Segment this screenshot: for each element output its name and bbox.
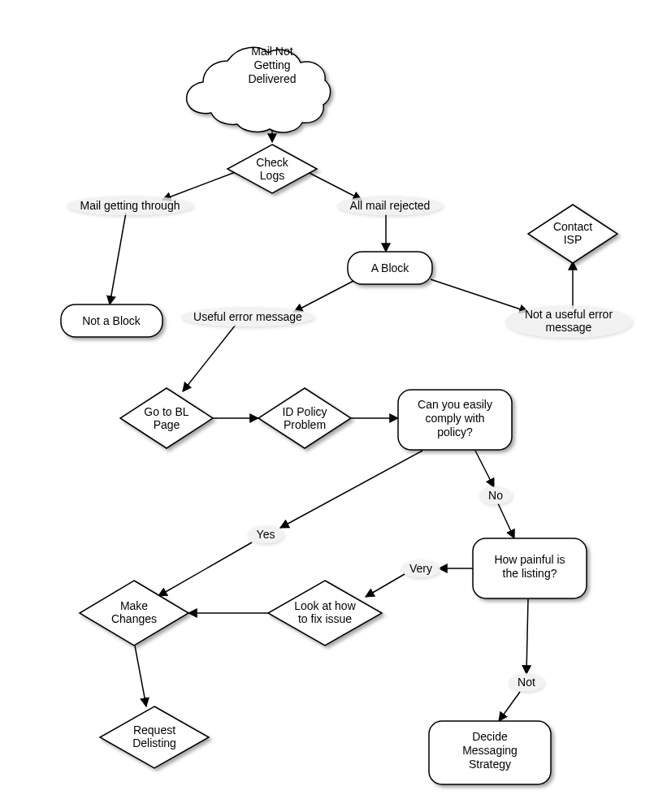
svg-line-2 xyxy=(305,171,362,200)
svg-text:Look at how: Look at how xyxy=(294,599,356,612)
label-not: Not xyxy=(518,676,535,689)
svg-line-5 xyxy=(294,281,353,312)
svg-line-11 xyxy=(280,451,422,528)
svg-text:ID Policy: ID Policy xyxy=(282,405,327,418)
node-how-painful: How painful is the listing? xyxy=(473,538,587,598)
svg-text:Page: Page xyxy=(154,418,180,431)
svg-text:the listing?: the listing? xyxy=(503,567,557,580)
node-id-policy: ID Policy Problem xyxy=(258,388,351,448)
svg-text:to fix issue: to fix issue xyxy=(298,612,352,625)
label-no: No xyxy=(488,489,503,502)
node-go-to-bl: Go to BL Page xyxy=(120,388,213,448)
node-start-cloud: Mail Not Getting Delivered xyxy=(187,45,331,132)
svg-text:Go to BL: Go to BL xyxy=(144,405,188,418)
svg-text:Getting: Getting xyxy=(253,58,290,71)
svg-text:Delisting: Delisting xyxy=(132,736,176,749)
node-check-logs: Check Logs xyxy=(227,145,317,193)
svg-text:Can you easily: Can you easily xyxy=(418,398,492,411)
node-a-block: A Block xyxy=(348,252,432,284)
svg-text:Mail Not: Mail Not xyxy=(251,45,292,58)
node-not-a-block: Not a Block xyxy=(61,304,162,337)
node-look-fix: Look at how to fix issue xyxy=(268,581,382,646)
svg-text:Problem: Problem xyxy=(284,418,326,431)
svg-line-1 xyxy=(162,171,240,200)
svg-line-20 xyxy=(135,646,146,706)
svg-line-3 xyxy=(110,213,126,304)
svg-line-16 xyxy=(366,574,405,597)
svg-text:message: message xyxy=(546,321,592,334)
svg-text:Check: Check xyxy=(256,156,289,169)
svg-line-6 xyxy=(431,279,528,312)
svg-line-19 xyxy=(499,692,520,721)
node-make-changes: Make Changes xyxy=(80,581,188,646)
svg-line-12 xyxy=(475,451,494,487)
label-all-rejected: All mail rejected xyxy=(350,199,431,212)
node-request-delisting: Request Delisting xyxy=(100,706,209,768)
svg-text:policy?: policy? xyxy=(437,425,473,438)
label-not-useful-error: Not a useful error message xyxy=(505,305,632,338)
svg-text:Not a useful error: Not a useful error xyxy=(525,308,613,321)
svg-text:Logs: Logs xyxy=(260,169,284,182)
flowchart: Mail getting through All mail rejected U… xyxy=(0,0,654,812)
svg-text:Decide: Decide xyxy=(472,730,508,743)
svg-line-14 xyxy=(158,542,252,596)
label-yes: Yes xyxy=(257,528,275,541)
svg-text:ISP: ISP xyxy=(564,233,583,246)
svg-text:A Block: A Block xyxy=(371,261,410,274)
svg-text:Not a Block: Not a Block xyxy=(82,314,141,327)
svg-text:Make: Make xyxy=(120,599,148,612)
node-comply: Can you easily comply with policy? xyxy=(398,390,512,450)
svg-text:Strategy: Strategy xyxy=(469,758,511,771)
svg-line-8 xyxy=(183,325,236,391)
svg-text:Changes: Changes xyxy=(111,612,157,625)
label-very: Very xyxy=(409,562,432,575)
svg-line-13 xyxy=(498,503,514,538)
svg-text:Contact: Contact xyxy=(553,220,592,233)
node-contact-isp: Contact ISP xyxy=(528,205,617,263)
label-mail-through: Mail getting through xyxy=(80,199,180,212)
svg-text:How painful is: How painful is xyxy=(494,553,565,566)
label-useful-error: Useful error message xyxy=(193,310,302,323)
svg-text:Delivered: Delivered xyxy=(248,72,296,85)
svg-text:Request: Request xyxy=(133,723,175,736)
svg-text:Messaging: Messaging xyxy=(462,744,518,757)
node-decide-strategy: Decide Messaging Strategy xyxy=(429,721,551,784)
svg-line-18 xyxy=(526,599,528,674)
svg-text:comply with: comply with xyxy=(425,412,484,425)
